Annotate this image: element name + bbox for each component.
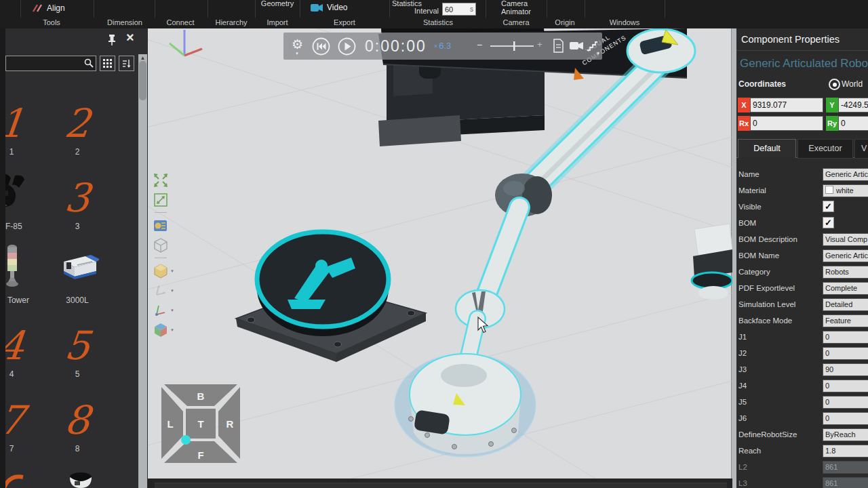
pin-icon[interactable] (107, 34, 117, 46)
catalog-item-3000l-thumbnail[interactable] (58, 253, 99, 281)
navigation-cube[interactable]: B L T R F (159, 382, 243, 466)
video-button[interactable]: Video (311, 3, 347, 12)
property-row-name: NameGeneric Artic (736, 167, 868, 183)
speed-slider[interactable] (489, 41, 536, 52)
property-value-field[interactable]: 0 (823, 331, 868, 344)
viewport-3d[interactable]: ⚙ ▼ 0:00:00 ×6.3 − + (148, 28, 732, 479)
caret-down-icon[interactable]: ▼ (170, 269, 174, 273)
pdf-export-icon[interactable] (553, 39, 564, 53)
catalog-item-5[interactable]: 5 (48, 324, 107, 367)
property-value-field[interactable]: Feature (823, 314, 868, 327)
move-mode-button[interactable]: ▼ (153, 283, 168, 298)
property-label: BOM Description (738, 235, 797, 243)
property-value-field[interactable]: 0 (823, 347, 868, 360)
shaded-cube-button[interactable]: ▼ (153, 264, 168, 279)
catalog-item-partial-numeral[interactable] (5, 473, 27, 488)
align-button[interactable]: Align (31, 3, 65, 14)
catalog-item-8[interactable]: 8 (48, 399, 107, 442)
property-value-field[interactable]: white (823, 184, 868, 197)
simulation-speed[interactable]: ×6.3 (434, 41, 451, 51)
property-value-field[interactable]: Robots (823, 266, 868, 279)
skip-to-start-button[interactable] (312, 37, 330, 56)
property-label: Reach (738, 447, 761, 455)
property-value-field[interactable]: 1.8 (823, 445, 868, 458)
catalog-scrollbar[interactable]: ▲ (138, 54, 147, 488)
property-value-field[interactable]: Visual Comp (823, 233, 868, 246)
property-value-field[interactable]: ByReach (823, 428, 868, 441)
settings-gear-icon[interactable]: ⚙ (292, 37, 303, 52)
catalog-item-4[interactable]: 4 (5, 324, 41, 367)
property-value-field[interactable]: 90 (823, 363, 868, 376)
navcube-label-back: B (197, 390, 205, 402)
property-row-j5: J50 (736, 394, 868, 411)
catalog-item-2[interactable]: 2 (48, 102, 107, 145)
catalog-item-partial-robot-thumbnail[interactable] (65, 472, 96, 488)
property-value-field[interactable]: 0 (823, 396, 868, 409)
property-row-backface-mode: Backface ModeFeature (736, 313, 868, 329)
navcube-label-front: F (197, 449, 203, 461)
simulation-time: 0:00:00 (365, 37, 427, 56)
ribbon-separator (255, 0, 256, 18)
group-label-windows: Windows (610, 18, 640, 27)
property-value-field[interactable]: 861 (823, 477, 868, 488)
catalog-item-7[interactable]: 7 (5, 399, 41, 442)
property-label: Category (738, 268, 770, 276)
caret-down-icon[interactable]: ▼ (170, 308, 174, 312)
navcube-corner-dot[interactable] (181, 435, 191, 445)
checkbox-checked[interactable]: ✓ (823, 217, 834, 228)
play-button[interactable] (338, 37, 356, 56)
caret-down-icon[interactable]: ▼ (170, 289, 174, 293)
record-video-icon[interactable] (570, 41, 584, 51)
render-mode-button[interactable] (153, 218, 168, 233)
catalog-item-1[interactable]: 1 (5, 102, 41, 145)
speed-plus[interactable]: + (537, 39, 542, 49)
tab-executor[interactable]: Executor (797, 139, 853, 159)
close-icon[interactable]: × (126, 30, 134, 45)
rx-input[interactable]: 0 (750, 116, 823, 131)
property-label: J1 (738, 333, 747, 341)
property-row-category: CategoryRobots (736, 264, 868, 281)
wireframe-cube-button[interactable] (153, 238, 168, 253)
tab-third[interactable]: V (854, 139, 868, 159)
axis-mode-button[interactable]: ▼ (153, 303, 168, 318)
scrollbar-thumb[interactable] (139, 61, 146, 100)
catalog-item-lighttower-thumbnail[interactable] (5, 244, 21, 289)
property-row-j6: J60 (736, 411, 868, 427)
y-input[interactable]: -4249.529 (838, 98, 868, 113)
property-value-field[interactable]: Generic Artic (823, 168, 868, 181)
property-value-field[interactable]: Complete (823, 282, 868, 295)
catalog-item-label: 5 (47, 369, 108, 379)
property-value-field[interactable]: Generic Artic (823, 249, 868, 262)
catalog-item-gripper-thumbnail[interactable] (5, 173, 37, 214)
geometry-button[interactable]: Geometry (261, 0, 294, 7)
search-input[interactable] (5, 56, 96, 71)
robot-pedestal[interactable] (236, 232, 426, 362)
sort-button[interactable] (119, 56, 134, 71)
interval-input[interactable]: 60 s (442, 3, 476, 16)
property-value-field[interactable]: 861 (823, 461, 868, 474)
coordinate-cube-button[interactable]: ▼ (153, 323, 168, 338)
fit-view-button[interactable] (153, 173, 168, 188)
ry-input[interactable]: 0 (838, 116, 868, 131)
x-input[interactable]: 9319.077 (750, 98, 823, 113)
property-value-field[interactable]: 0 (823, 412, 868, 425)
property-label: J3 (738, 365, 747, 373)
neighbor-robot[interactable] (692, 224, 732, 300)
grid-view-button[interactable] (100, 56, 115, 71)
checkbox-checked[interactable]: ✓ (823, 201, 834, 212)
caret-down-icon[interactable]: ▼ (170, 328, 174, 332)
catalog-item-3[interactable]: 3 (48, 176, 107, 220)
gear-caret-icon[interactable]: ▼ (295, 52, 299, 56)
ribbon-separator (486, 0, 486, 18)
world-radio[interactable] (829, 79, 840, 90)
tab-default[interactable]: Default (738, 139, 796, 158)
fit-selected-button[interactable] (153, 192, 168, 207)
ribbon-separator (20, 0, 21, 18)
property-value-field[interactable]: Detailed (823, 298, 868, 311)
steps-caret-icon[interactable]: ▼ (596, 52, 600, 56)
property-value-field[interactable]: 0 (823, 380, 868, 392)
steps-icon[interactable] (586, 39, 598, 52)
speed-minus[interactable]: − (477, 39, 482, 50)
ribbon-separator (585, 0, 585, 18)
camera-animator-button[interactable]: Camera Animator (501, 0, 531, 16)
